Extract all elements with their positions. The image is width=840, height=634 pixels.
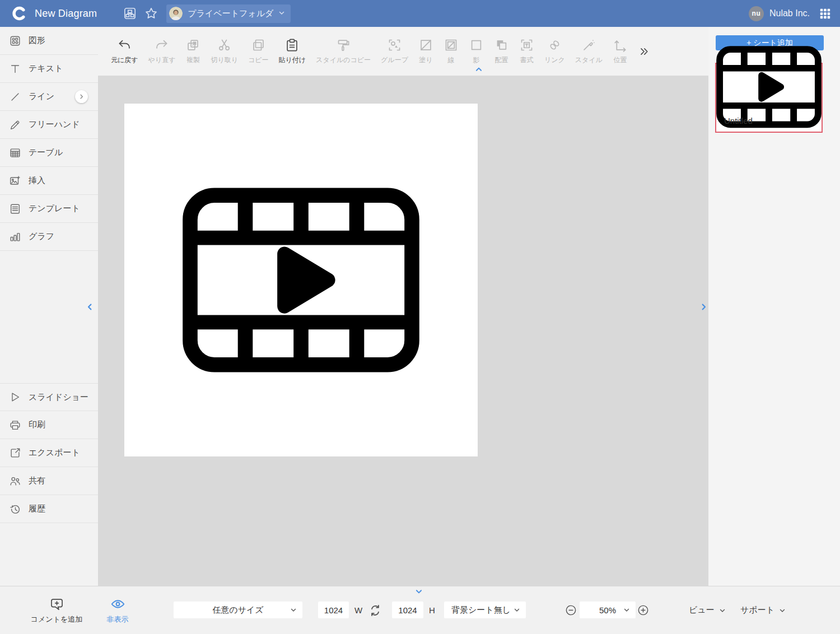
- cacoo-logo-icon[interactable]: [11, 6, 27, 21]
- toolbar-button-label: グループ: [381, 55, 408, 65]
- style-icon: [581, 38, 596, 53]
- sidebar-item-line[interactable]: ライン: [0, 83, 98, 111]
- zoom-level-value: 50%: [599, 605, 616, 615]
- share-icon: [9, 475, 21, 487]
- sheet-size-select[interactable]: 任意のサイズ: [174, 602, 302, 618]
- template-icon: [9, 203, 21, 215]
- favorite-star-icon[interactable]: [144, 6, 158, 21]
- toolbar-copy-button[interactable]: コピー: [243, 38, 274, 65]
- toolbar-line-style-button[interactable]: 線: [438, 38, 464, 65]
- sidebar-item-insert[interactable]: 挿入: [0, 167, 98, 195]
- sidebar-item-export[interactable]: エクスポート: [0, 439, 98, 467]
- line-style-icon: [444, 38, 459, 53]
- template-icon: [9, 203, 21, 215]
- sidebar-item-share[interactable]: 共有: [0, 467, 98, 495]
- expand-line-options-button[interactable]: [75, 90, 88, 103]
- canvas-area[interactable]: [98, 76, 708, 586]
- sidebar-actions-group: スライドショー印刷エクスポート共有履歴: [0, 383, 98, 523]
- sidebar-item-history[interactable]: 履歴: [0, 495, 98, 523]
- toolbar-cut-button[interactable]: 切り取り: [206, 38, 243, 65]
- height-unit-label: H: [429, 605, 435, 615]
- nulab-logo-icon[interactable]: nu: [749, 6, 764, 21]
- toolbar-style-button[interactable]: スタイル: [570, 38, 608, 65]
- cut-icon: [217, 38, 232, 53]
- shadow-icon: [469, 38, 484, 53]
- toolbar-arrange-button[interactable]: 配置: [489, 38, 514, 65]
- collapse-left-panel-chevron[interactable]: [86, 302, 94, 312]
- film-video-icon: [182, 188, 420, 372]
- organization-name[interactable]: Nulab Inc.: [769, 8, 810, 18]
- style-icon: [581, 38, 596, 53]
- copy-style-icon: [336, 38, 351, 53]
- toolbar-paste-button[interactable]: 貼り付け: [274, 38, 311, 65]
- zoom-in-button[interactable]: [637, 604, 650, 617]
- sidebar-item-label: 履歴: [29, 504, 45, 514]
- collapse-toolbar-chevron[interactable]: [474, 66, 483, 73]
- toolbar-undo-button[interactable]: 元に戻す: [106, 38, 143, 65]
- toolbar-copy-style-button[interactable]: スタイルのコピー: [311, 38, 376, 65]
- sidebar-item-text[interactable]: テキスト: [0, 55, 98, 83]
- duplicate-icon: [185, 38, 200, 53]
- sidebar-item-label: テーブル: [29, 147, 63, 158]
- view-menu-button[interactable]: ビュー: [689, 605, 726, 616]
- toolbar-duplicate-button[interactable]: 複製: [180, 38, 206, 65]
- paste-icon: [284, 38, 300, 53]
- support-menu-button[interactable]: サポート: [740, 605, 786, 616]
- toolbar-fill-button[interactable]: 塗り: [413, 38, 438, 65]
- sidebar-item-shapes[interactable]: 図形: [0, 27, 98, 55]
- sidebar-item-graph[interactable]: グラフ: [0, 223, 98, 251]
- line-icon: [9, 91, 21, 103]
- toolbar-group-button[interactable]: グループ: [376, 38, 413, 65]
- apps-grid-icon[interactable]: [819, 7, 831, 20]
- insert-icon: [9, 175, 21, 187]
- sidebar-item-template[interactable]: テンプレート: [0, 195, 98, 223]
- toolbar-redo-button[interactable]: やり直す: [143, 38, 181, 65]
- folder-selector-button[interactable]: プライベートフォルダ: [166, 4, 291, 23]
- swap-dimensions-button[interactable]: [368, 603, 382, 618]
- zoom-out-button[interactable]: [564, 604, 577, 617]
- sidebar-item-freehand[interactable]: フリーハンド: [0, 111, 98, 139]
- zoom-level-select[interactable]: 50%: [580, 602, 636, 618]
- print-icon: [9, 419, 21, 431]
- arrange-icon: [494, 38, 509, 53]
- sheet-thumbnail-card[interactable]: Untitled: [715, 63, 823, 133]
- toolbar-link-button[interactable]: リンク: [539, 38, 570, 65]
- toolbar-shadow-button[interactable]: 影: [464, 38, 489, 65]
- collapse-bottom-bar-chevron[interactable]: [414, 588, 423, 595]
- chevron-down-icon: [778, 607, 786, 614]
- toolbar-button-label: 線: [447, 55, 454, 65]
- background-sheet-select[interactable]: 背景シート無し: [444, 602, 526, 618]
- hide-comments-button[interactable]: 非表示: [100, 596, 136, 624]
- collapse-right-panel-chevron[interactable]: [699, 302, 708, 312]
- eye-icon: [110, 596, 125, 612]
- position-icon: [613, 38, 628, 53]
- sidebar-item-label: グラフ: [29, 231, 54, 242]
- group-icon: [387, 38, 402, 53]
- video-film-shape[interactable]: [182, 188, 420, 372]
- toolbar-position-button[interactable]: 位置: [608, 38, 633, 65]
- toolbar-format-button[interactable]: 書式: [514, 38, 539, 65]
- top-bar: New Diagram プライベートフォルダ nu Nulab Inc.: [0, 0, 840, 27]
- toolbar-button-label: 貼り付け: [279, 55, 306, 65]
- add-comment-button[interactable]: コメントを追加: [31, 596, 82, 624]
- sidebar-item-label: 図形: [29, 35, 45, 46]
- history-icon: [9, 503, 21, 515]
- sidebar-item-table[interactable]: テーブル: [0, 139, 98, 167]
- canvas-page[interactable]: [124, 104, 478, 456]
- sheet-width-input[interactable]: [318, 602, 349, 618]
- sidebar-item-print[interactable]: 印刷: [0, 411, 98, 439]
- text-icon: [9, 63, 21, 75]
- chevron-down-icon: [290, 606, 297, 614]
- slideshow-icon: [9, 391, 21, 403]
- toolbar-overflow-button[interactable]: [638, 46, 650, 57]
- export-icon: [9, 447, 21, 459]
- document-title[interactable]: New Diagram: [35, 8, 97, 20]
- sheet-height-input[interactable]: [392, 602, 423, 618]
- sidebar-item-slideshow[interactable]: スライドショー: [0, 383, 98, 411]
- print-icon: [9, 419, 21, 431]
- sidebar-item-label: エクスポート: [29, 447, 80, 458]
- toolbar-button-label: 配置: [494, 55, 508, 65]
- toolbar-button-label: コピー: [248, 55, 269, 65]
- diagram-icon[interactable]: [123, 6, 137, 21]
- sidebar-item-label: スライドショー: [29, 392, 88, 403]
